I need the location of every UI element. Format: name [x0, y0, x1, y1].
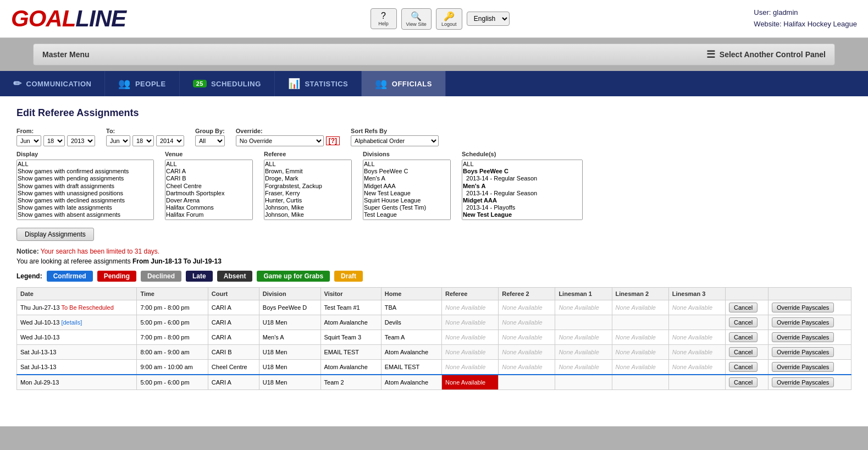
cell-linesman3: None Available: [668, 359, 725, 375]
legend-grabs: Game up for Grabs: [257, 271, 330, 282]
cell-home: Atom Avalanche: [381, 375, 441, 390]
from-year-select[interactable]: 20132014: [67, 135, 95, 146]
cancel-button[interactable]: Cancel: [729, 347, 758, 357]
referee-listbox[interactable]: ALL Brown, Emmit Droge, Mark Forgrabstes…: [264, 160, 352, 220]
select-panel-button[interactable]: ☰ Select Another Control Panel: [706, 48, 826, 61]
tab-statistics[interactable]: 📊 STATISTICS: [275, 71, 362, 96]
cell-override: Override Payscales: [768, 344, 851, 359]
override-group: Override: No Override [?]: [236, 128, 340, 146]
group-by-select[interactable]: All: [195, 135, 225, 146]
col-home: Home: [381, 287, 441, 300]
cell-cancel: Cancel: [725, 330, 768, 344]
override-label: Override:: [236, 128, 340, 134]
cell-home: Team A: [381, 330, 441, 344]
cell-referee: None Available: [442, 344, 499, 359]
website-name: Website: Halifax Hockey League: [754, 19, 857, 30]
cell-home: Devils: [381, 315, 441, 330]
table-row: Sat Jul-13-13 8:00 am - 9:00 am CARI B U…: [17, 344, 852, 359]
display-assignments-button[interactable]: Display Assignments: [16, 228, 94, 241]
override-payscales-button[interactable]: Override Payscales: [772, 317, 834, 327]
tab-communication[interactable]: ✏ COMMUNICATION: [0, 71, 105, 96]
tab-officials[interactable]: 👥 OFFICIALS: [362, 71, 446, 96]
legend-row: Legend: Confirmed Pending Declined Late …: [16, 271, 852, 282]
col-action1: [725, 287, 768, 300]
cell-referee2: None Available: [499, 344, 555, 359]
filter-row-1: From: JunJanFeb 18 20132014 To: Jun: [16, 128, 852, 146]
col-court: Court: [208, 287, 259, 300]
date-range-text: You are looking at referee assignments F…: [16, 257, 852, 265]
col-time: Time: [137, 287, 208, 300]
col-division: Division: [259, 287, 320, 300]
override-help-icon[interactable]: [?]: [326, 136, 340, 145]
schedules-listbox[interactable]: ALL Boys PeeWee C 2013-14 - Regular Seas…: [462, 160, 583, 220]
referee-label: Referee: [264, 151, 352, 157]
statistics-icon: 📊: [288, 78, 301, 90]
divisions-listbox[interactable]: ALL Boys PeeWee C Men's A Midget AAA New…: [363, 160, 451, 220]
logout-label: Logout: [441, 21, 457, 27]
override-payscales-button[interactable]: Override Payscales: [772, 347, 834, 357]
cell-linesman2: [612, 315, 668, 330]
col-linesman3: Linesman 3: [668, 287, 725, 300]
notice-text: Notice: Your search has been limited to …: [16, 248, 852, 255]
group-by-label: Group By:: [195, 128, 225, 134]
override-select[interactable]: No Override: [236, 135, 324, 146]
cell-referee2: None Available: [499, 359, 555, 375]
cancel-button[interactable]: Cancel: [729, 362, 758, 372]
cell-home: TBA: [381, 300, 441, 315]
to-year-select[interactable]: 20142013: [156, 135, 184, 146]
to-inline: Jun 18 20142013: [106, 135, 184, 146]
tab-people[interactable]: 👥 PEOPLE: [105, 71, 179, 96]
legend-absent: Absent: [217, 271, 253, 282]
cell-cancel: Cancel: [725, 375, 768, 390]
details-link[interactable]: [details]: [61, 319, 82, 326]
venue-group: Venue ALL CARI A CARI B Cheel Centre Dar…: [165, 151, 253, 220]
from-month-select[interactable]: JunJanFeb: [16, 135, 41, 146]
cell-division: U18 Men: [259, 344, 320, 359]
cancel-button[interactable]: Cancel: [729, 377, 758, 387]
cell-court: CARI A: [208, 375, 259, 390]
cell-referee2: None Available: [499, 315, 555, 330]
override-payscales-button[interactable]: Override Payscales: [772, 377, 834, 387]
cell-date: Wed Jul-10-13 [details]: [17, 315, 137, 330]
cancel-button[interactable]: Cancel: [729, 303, 758, 312]
cancel-button[interactable]: Cancel: [729, 332, 758, 342]
cell-referee2: None Available: [499, 330, 555, 344]
cell-linesman3: [668, 375, 725, 390]
cell-linesman2: None Available: [612, 344, 668, 359]
tab-communication-label: COMMUNICATION: [26, 80, 92, 88]
col-linesman1: Linesman 1: [555, 287, 612, 300]
to-day-select[interactable]: 18: [132, 135, 154, 146]
view-site-label: View Site: [406, 21, 427, 27]
cell-referee: None Available: [442, 300, 499, 315]
date-range-bold: From Jun-18-13 To Jul-19-13: [132, 257, 222, 265]
sort-refs-label: Sort Refs By: [351, 128, 439, 134]
sort-refs-select[interactable]: Alphabetical Order: [351, 135, 439, 146]
cell-linesman2: None Available: [612, 300, 668, 315]
cell-time: 8:00 am - 9:00 am: [137, 344, 208, 359]
user-info: User: gladmin Website: Halifax Hockey Le…: [754, 7, 857, 30]
cell-date: Mon Jul-29-13: [17, 375, 137, 390]
logout-button[interactable]: 🔑 Logout: [436, 8, 462, 30]
language-select[interactable]: English French: [467, 12, 510, 26]
legend-confirmed: Confirmed: [47, 271, 93, 282]
to-month-select[interactable]: Jun: [106, 135, 130, 146]
col-date: Date: [17, 287, 137, 300]
cancel-button[interactable]: Cancel: [729, 317, 758, 327]
search-icon: 🔍: [411, 11, 422, 21]
user-name: User: gladmin: [754, 7, 857, 19]
help-button[interactable]: ? Help: [371, 8, 397, 29]
select-panel-label: Select Another Control Panel: [720, 50, 826, 59]
override-payscales-button[interactable]: Override Payscales: [772, 362, 834, 372]
assignments-table: Date Time Court Division Visitor Home Re…: [16, 287, 852, 390]
cell-linesman3: None Available: [668, 344, 725, 359]
override-payscales-button[interactable]: Override Payscales: [772, 332, 834, 342]
display-listbox[interactable]: ALL Show games with confirmed assignment…: [16, 160, 154, 220]
view-site-button[interactable]: 🔍 View Site: [401, 8, 432, 30]
venue-listbox[interactable]: ALL CARI A CARI B Cheel Centre Dartmouth…: [165, 160, 253, 220]
notice-limit: Your search has been limited to 31 days.: [41, 248, 159, 255]
from-day-select[interactable]: 18: [43, 135, 65, 146]
cell-override: Override Payscales: [768, 375, 851, 390]
tab-scheduling[interactable]: 25 SCHEDULING: [180, 71, 275, 96]
override-payscales-button[interactable]: Override Payscales: [772, 303, 834, 312]
cell-division: U18 Men: [259, 315, 320, 330]
